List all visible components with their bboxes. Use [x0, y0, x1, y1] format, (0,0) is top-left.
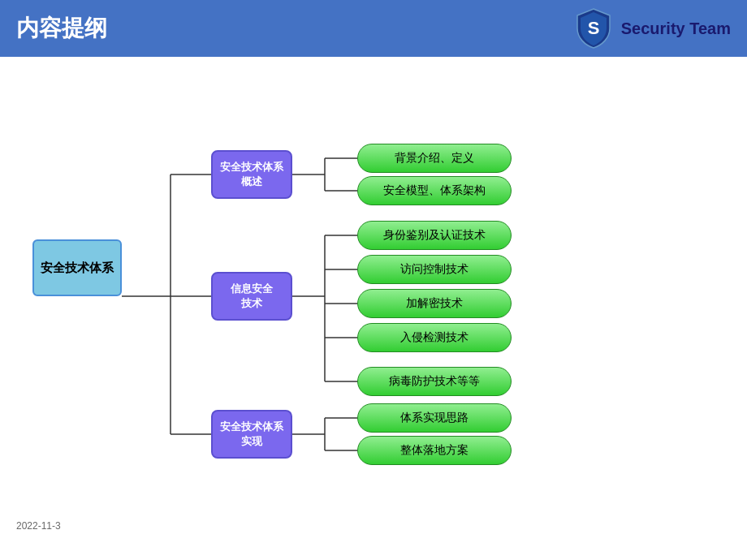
main-content: 安全技术体系 安全技术体系概述 信息安全技术 安全技术体系实现 背景介绍、定义 …: [0, 57, 747, 536]
l1-node-infotech: 信息安全技术: [211, 272, 292, 321]
footer-date: 2022-11-3: [16, 520, 61, 532]
l2-node-virus: 病毒防护技术等等: [357, 367, 512, 396]
root-node: 安全技术体系: [32, 239, 122, 296]
l2-node-model: 安全模型、体系架构: [357, 176, 512, 205]
shield-icon: S: [574, 7, 613, 50]
l1-node-overview: 安全技术体系概述: [211, 150, 292, 199]
l2-node-identity: 身份鉴别及认证技术: [357, 221, 512, 250]
page-title: 内容提纲: [16, 13, 107, 44]
security-team-label: Security Team: [621, 19, 731, 38]
l2-node-bg: 背景介绍、定义: [357, 144, 512, 173]
l2-node-access: 访问控制技术: [357, 255, 512, 284]
l2-node-intrusion: 入侵检测技术: [357, 323, 512, 352]
l2-node-impl-thought: 体系实现思路: [357, 403, 512, 433]
l1-node-implement: 安全技术体系实现: [211, 410, 292, 459]
logo-area: S Security Team: [574, 7, 731, 50]
svg-text:S: S: [587, 18, 599, 38]
mindmap: 安全技术体系 安全技术体系概述 信息安全技术 安全技术体系实现 背景介绍、定义 …: [16, 77, 723, 515]
l2-node-impl-plan: 整体落地方案: [357, 436, 512, 465]
l2-node-crypto: 加解密技术: [357, 289, 512, 318]
header: 内容提纲 S Security Team: [0, 0, 747, 57]
